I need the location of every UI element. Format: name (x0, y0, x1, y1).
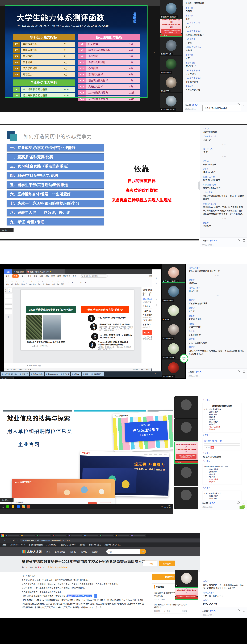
site-logo[interactable]: 高校人才网 (22, 550, 42, 554)
browser-tab[interactable] (36, 534, 52, 537)
menu-item[interactable]: 切换 (34, 275, 37, 277)
video-tile[interactable]: 19体育教育黄浩杰∨ (160, 93, 182, 111)
toolbar-button[interactable]: 格式刷 (15, 280, 20, 285)
browser-tab[interactable] (68, 534, 83, 537)
menu-item[interactable]: 动画 (40, 275, 43, 277)
video-tile[interactable] (174, 486, 198, 509)
bookmark-item[interactable]: 百度 (2, 544, 6, 546)
tab-home[interactable]: 首页 (4, 270, 12, 274)
file-explorer-icon[interactable] (12, 505, 14, 508)
folder-icon[interactable] (237, 240, 240, 241)
send-to-select[interactable]: 所有人 (210, 501, 216, 504)
menu-item[interactable]: 会员 (73, 275, 76, 277)
announcement-icon[interactable] (243, 502, 245, 504)
slide-thumbnail[interactable] (5, 304, 12, 308)
recommended-job-card[interactable]: 江西省安福县2023年公开招聘59名高中教师公告硕士研究生 ｜ 2个职位吉安 (154, 602, 187, 614)
video-tile[interactable]: 19体育教育张∨ (162, 359, 185, 378)
browser-tab[interactable] (130, 534, 146, 537)
danmaku-bubble[interactable]: 说点什么...‹ (0, 498, 14, 502)
menu-item[interactable]: 视图 (57, 275, 61, 277)
slides-tab[interactable]: 幻灯片 (8, 288, 12, 293)
link-title[interactable]: 就业报告 PDF-附下载 (204, 440, 240, 442)
collapse-icon[interactable]: ‹ (12, 499, 12, 501)
taskbar-app-button[interactable]: C:\Users\Ad... (30, 372, 44, 376)
favorite-button[interactable]: 收藏 (143, 560, 157, 566)
nav-item[interactable]: 找职位 (70, 550, 76, 553)
menu-item[interactable]: 设计 (28, 275, 31, 277)
taskbar-app-button[interactable]: 腾讯会议 (60, 372, 70, 376)
icbc-login-button[interactable]: 登录 (88, 502, 97, 504)
slide-thumbnail[interactable] (5, 294, 12, 298)
danmaku-bubble[interactable]: 说点什么...‹ (0, 228, 14, 232)
taskbar-app-button[interactable]: 聊天 (82, 372, 90, 376)
ime-indicator[interactable]: 中 (154, 372, 156, 375)
chat-image-card[interactable]: 就业信息的搜集与探索 产业、行业发展状况类 • 各级政府机构 • 学校就业部门 … (203, 403, 241, 432)
comment-button[interactable]: 批注 (146, 368, 149, 371)
system-tray[interactable]: 中 (154, 372, 156, 375)
chat-link-card[interactable]: 就业报告 PDF-附下载 2022-12广告 (203, 438, 241, 450)
job-list-link[interactable]: 查看此公告的职位列表 (48, 566, 67, 568)
video-tile[interactable]: 中央专项彩票公益金宏志助航计划 全国高校毕业生就业能力集中培训全国高校毕业生就业… (160, 18, 182, 37)
video-tile[interactable]: 19社体 严世杰 (160, 37, 182, 55)
toolbar-button[interactable]: 节 (42, 280, 44, 285)
ime-indicator[interactable]: 中 (161, 506, 162, 508)
minimize-button[interactable] (150, 271, 152, 273)
chat-image-card[interactable]: 就业形势与就业市场供需状况类 • 各级政府机构 • 学校就业部门 • 新闻媒体 … (203, 464, 241, 484)
wechat-icon[interactable] (6, 505, 9, 508)
send-to-select[interactable]: 所有人 (196, 370, 202, 373)
caret-icon[interactable] (241, 502, 242, 504)
toolbar-button[interactable]: 复制 (10, 280, 14, 285)
video-tile[interactable]: 19体教陈金海 (162, 321, 185, 340)
chat-collapse-handle[interactable]: ‹ (198, 182, 200, 190)
panel-tab[interactable]: 表格处理 (142, 292, 148, 296)
taskbar-app-button[interactable]: 探索求职方... (90, 372, 104, 376)
taskbar-app-button[interactable]: 公司注册信息查询 (1, 372, 18, 376)
bookmark-item[interactable]: 文档网创平台 (46, 544, 56, 546)
media-app-icon[interactable] (22, 505, 25, 508)
taskbar-app-button[interactable]: C:\Users\Ad... (44, 372, 59, 376)
collapse-icon[interactable]: ‹ (12, 229, 12, 231)
site-search[interactable]: 公告🔍 (106, 549, 146, 554)
toolbar-button[interactable]: 当页开始 (21, 280, 27, 285)
history-icon[interactable]: ↺ (13, 539, 15, 542)
message-input[interactable]: 请输入消息... (188, 374, 245, 377)
caret-icon[interactable] (241, 610, 242, 612)
toolbar-button[interactable]: 图片 (61, 280, 64, 285)
home-icon[interactable]: ⌂ (10, 539, 11, 542)
message-input[interactable]: 请输入消息... (202, 506, 245, 508)
video-tile[interactable]: 新能源张宇强 (160, 74, 182, 92)
send-to-select[interactable]: 所有人 (210, 239, 216, 242)
browser-logo[interactable] (1, 534, 4, 537)
video-tile[interactable]: 中央专项彩票公益金宏志助航计划 全国高校毕业生就业能力集中培训全国高校毕业生就业… (174, 442, 198, 464)
bookmark-item[interactable]: АНГЛОЯЗЫЧНАЯ М (9, 544, 25, 546)
toolbar-button[interactable]: 版式 (38, 280, 40, 285)
caret-icon[interactable] (241, 370, 242, 373)
command-search-box[interactable]: 查找命令、搜索模板 (80, 274, 108, 278)
announcement-icon[interactable] (243, 370, 245, 372)
bookmark-item[interactable]: 第十三届全国大学生… (104, 544, 121, 546)
chevron-down-icon[interactable]: ∨ (174, 109, 175, 110)
expand-panel-icon[interactable]: › (154, 52, 155, 54)
slide-thumbnail[interactable] (5, 299, 12, 303)
folder-icon[interactable] (237, 610, 240, 612)
folder-icon[interactable] (237, 502, 240, 504)
notes-button[interactable]: 备注 (141, 368, 144, 371)
browser-tab-active[interactable] (52, 534, 67, 537)
video-tile[interactable]: 福建技术师范学院王伟 (160, 0, 182, 18)
message-input[interactable]: 请输入消息... (202, 614, 245, 616)
menu-item[interactable]: 开发工具 (63, 275, 70, 277)
toolbar-button[interactable]: 剪切 (6, 280, 9, 285)
caret-icon[interactable] (241, 239, 242, 242)
missing-font-status[interactable]: 缺失字体 (25, 368, 31, 371)
new-tab-button[interactable] (64, 270, 69, 274)
search-button[interactable]: 🔍 (140, 549, 146, 554)
browser-tab[interactable] (83, 534, 99, 537)
add-slide-button[interactable]: ＋ (4, 315, 12, 318)
slide-thumbnail-selected[interactable] (5, 310, 12, 314)
send-to-select[interactable]: 所有人 (192, 103, 199, 106)
tencent-meeting-icon[interactable] (17, 505, 20, 508)
icbc-join-button[interactable]: 加入我们 (100, 502, 111, 504)
chevron-down-icon[interactable]: ∨ (174, 376, 174, 378)
page-url[interactable]: http://www.gaoxiaojob.com/announcement/d… (22, 539, 70, 541)
toolbar-button[interactable]: 排列 (56, 280, 60, 285)
